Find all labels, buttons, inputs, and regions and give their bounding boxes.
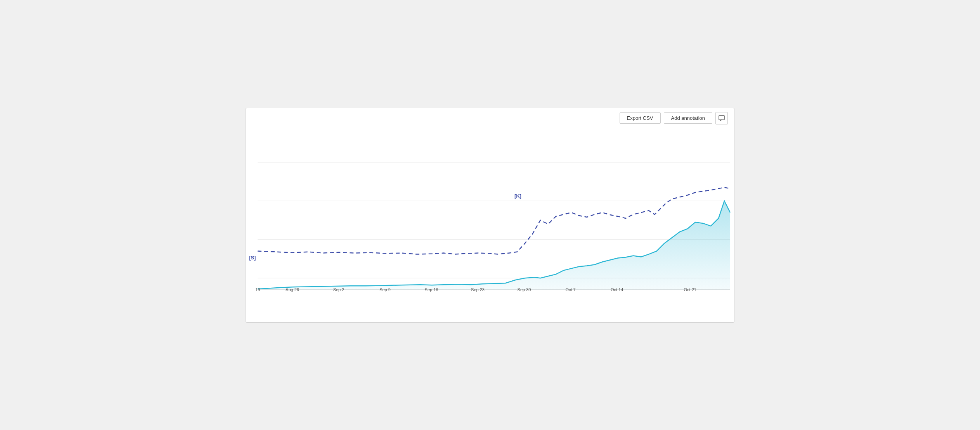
x-label-sep2: Sep 2 — [333, 287, 345, 292]
x-label-sep23: Sep 23 — [471, 287, 485, 292]
chart-svg — [246, 131, 734, 303]
svg-rect-0 — [719, 116, 724, 120]
annotation-icon-button[interactable] — [715, 112, 728, 124]
x-label-oct21: Oct 21 — [684, 287, 696, 292]
export-csv-button[interactable]: Export CSV — [620, 112, 661, 124]
add-annotation-button[interactable]: Add annotation — [664, 112, 712, 124]
x-label-sep30: Sep 30 — [518, 287, 531, 292]
x-label-aug19: 19 — [255, 287, 260, 292]
x-label-sep16: Sep 16 — [425, 287, 438, 292]
chart-container: Export CSV Add annotation [S] [K] — [246, 108, 734, 323]
x-label-sep9: Sep 9 — [379, 287, 391, 292]
toolbar: Export CSV Add annotation — [620, 112, 728, 124]
x-label-aug26: Aug 26 — [286, 287, 299, 292]
x-label-oct7: Oct 7 — [565, 287, 575, 292]
x-label-oct14: Oct 14 — [611, 287, 623, 292]
chart-area: [S] [K] — [246, 131, 734, 303]
